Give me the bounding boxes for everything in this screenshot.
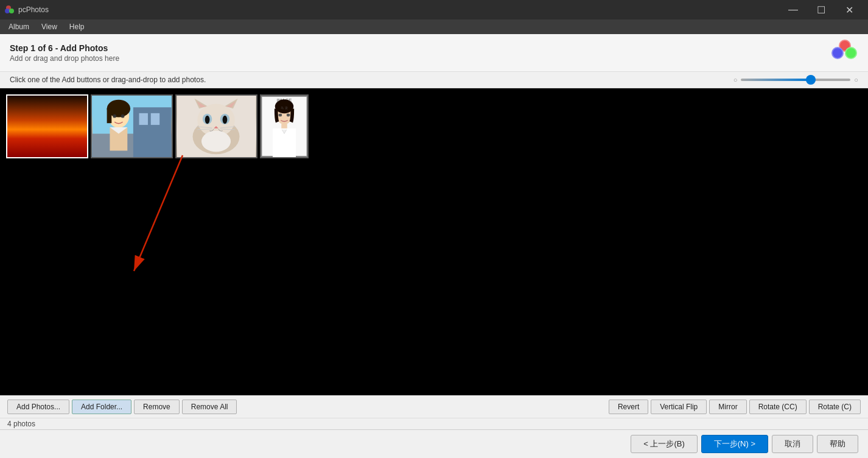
photo-count: 4 photos: [7, 420, 35, 428]
svg-point-36: [279, 114, 282, 117]
zoom-max-icon: ○: [854, 76, 858, 83]
app-logo: [831, 40, 858, 66]
svg-point-2: [9, 9, 14, 13]
svg-point-23: [205, 116, 210, 124]
logo-circle-green: [845, 47, 857, 59]
zoom-slider-container: ○ ○: [733, 76, 858, 83]
person-svg: IMAGE: [261, 96, 307, 157]
svg-point-37: [287, 114, 290, 117]
nav-footer: < 上一步(B) 下一步(N) > 取消 帮助: [0, 429, 868, 458]
svg-rect-6: [139, 113, 148, 125]
cat-svg: [177, 96, 256, 157]
step-info: Step 1 of 6 - Add Photos Add or drag and…: [10, 43, 119, 63]
cancel-button[interactable]: 取消: [772, 435, 813, 453]
revert-button[interactable]: Revert: [609, 400, 648, 414]
hint-bar: Click one of the Add buttons or drag-and…: [0, 72, 868, 88]
title-bar: pcPhotos — ☐ ✕: [0, 0, 868, 19]
close-button[interactable]: ✕: [835, 0, 863, 19]
photo-item-person[interactable]: IMAGE: [260, 94, 309, 158]
photo-area[interactable]: IMAGE: [0, 88, 868, 395]
step-title: Step 1 of 6 - Add Photos: [10, 43, 119, 53]
menu-album[interactable]: Album: [2, 19, 35, 34]
svg-rect-7: [151, 113, 159, 125]
photo-thumb-anime: [92, 96, 172, 157]
svg-rect-10: [107, 108, 112, 123]
svg-text:鸟 梁: 鸟 梁: [281, 106, 287, 110]
svg-point-30: [201, 131, 231, 152]
svg-point-12: [121, 114, 125, 118]
logo-circle-blue: [831, 47, 844, 59]
svg-point-11: [113, 114, 116, 118]
photo-item-anime[interactable]: [91, 94, 173, 158]
maximize-button[interactable]: ☐: [807, 0, 835, 19]
photo-item-cat[interactable]: [175, 94, 257, 158]
rotate-cc-button[interactable]: Rotate (CC): [749, 400, 807, 414]
mirror-button[interactable]: Mirror: [709, 400, 746, 414]
add-photos-button[interactable]: Add Photos...: [7, 400, 69, 414]
bottom-toolbar: Add Photos... Add Folder... Remove Remov…: [0, 395, 868, 418]
menu-bar: Album View Help: [0, 19, 868, 34]
minimize-button[interactable]: —: [779, 0, 807, 19]
menu-view[interactable]: View: [35, 19, 63, 34]
menu-help[interactable]: Help: [63, 19, 91, 34]
app-title: pcPhotos: [18, 5, 49, 14]
anime-svg: [92, 96, 172, 157]
svg-line-42: [134, 155, 183, 271]
photo-thumb-person: IMAGE: [261, 96, 307, 157]
help-button[interactable]: 帮助: [817, 435, 858, 453]
photo-grid: IMAGE: [6, 94, 862, 158]
remove-button[interactable]: Remove: [134, 400, 180, 414]
window-controls: — ☐ ✕: [779, 0, 863, 19]
remove-all-button[interactable]: Remove All: [182, 400, 237, 414]
edit-tools: Revert Vertical Flip Mirror Rotate (CC) …: [609, 400, 861, 414]
rotate-c-button[interactable]: Rotate (C): [809, 400, 861, 414]
photo-thumb-cat: [177, 96, 256, 157]
prev-button[interactable]: < 上一步(B): [631, 435, 698, 453]
hint-text: Click one of the Add buttons or drag-and…: [10, 76, 206, 84]
step-subtitle: Add or drag and drop photos here: [10, 54, 119, 63]
next-button[interactable]: 下一步(N) >: [701, 435, 768, 453]
status-bar: 4 photos: [0, 418, 868, 429]
title-bar-left: pcPhotos: [5, 5, 49, 15]
arrow-overlay: [103, 149, 225, 320]
app-icon: [5, 5, 15, 15]
zoom-slider[interactable]: [741, 79, 850, 81]
photo-thumb-sunset: [7, 96, 87, 157]
svg-point-1: [5, 9, 10, 13]
step-header: Step 1 of 6 - Add Photos Add or drag and…: [0, 34, 868, 72]
vertical-flip-button[interactable]: Vertical Flip: [651, 400, 707, 414]
zoom-min-icon: ○: [733, 76, 738, 83]
svg-point-24: [223, 116, 228, 124]
add-folder-button[interactable]: Add Folder...: [72, 400, 131, 414]
photo-item-sunset[interactable]: [6, 94, 88, 158]
